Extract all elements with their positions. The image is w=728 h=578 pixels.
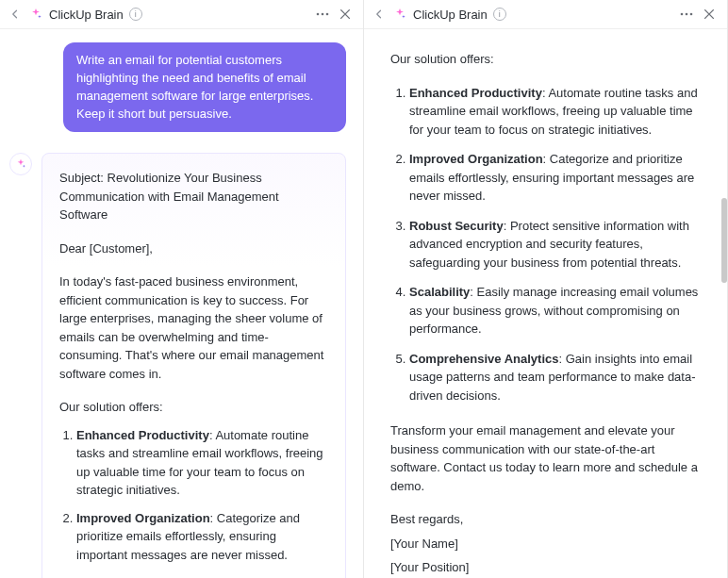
benefits-list-left: Enhanced Productivity: Automate routine … [59,426,328,578]
list-item: Improved Organization: Categorize and pr… [409,150,704,206]
list-item: Enhanced Productivity: Automate routine … [76,426,328,500]
sig-position: [Your Position] [390,558,704,577]
list-item: Robust Security: Protect sensitive infor… [76,573,328,578]
email-intro: In today's fast-paced business environme… [59,272,328,383]
pane-title: ClickUp Brain [413,8,488,22]
ai-reply-card: Subject: Revolutionize Your Business Com… [41,153,346,578]
email-greeting: Dear [Customer], [59,239,328,258]
info-icon[interactable]: i [493,8,506,21]
more-icon[interactable] [314,6,331,23]
more-icon[interactable] [678,6,695,23]
svg-point-4 [686,13,688,16]
pane-title: ClickUp Brain [49,8,124,22]
svg-point-5 [690,13,693,16]
right-pane: ClickUp Brain i Our solution offers: Enh… [364,0,728,578]
list-item: Comprehensive Analytics: Gain insights i… [409,350,704,405]
svg-point-3 [681,13,684,16]
sig-name: [Your Name] [390,535,704,553]
window-scrollbar[interactable] [721,28,727,550]
brain-sparkle-icon [28,7,43,22]
info-icon[interactable]: i [129,8,142,21]
offers-label: Our solution offers: [59,398,328,417]
list-item: Enhanced Productivity: Automate routine … [409,84,704,140]
email-subject: Subject: Revolutionize Your Business Com… [59,169,328,224]
signoff: Best regards, [390,510,704,529]
left-pane-header: ClickUp Brain i [0,0,363,29]
offers-label: Our solution offers: [390,50,704,69]
ai-avatar [9,153,32,175]
svg-point-2 [326,13,329,16]
benefits-list-right: Enhanced Productivity: Automate routine … [390,84,704,405]
cta-paragraph: Transform your email management and elev… [390,421,704,495]
list-item: Scalability: Easily manage increasing em… [409,283,704,339]
svg-point-0 [317,13,320,16]
close-icon[interactable] [701,6,718,23]
close-icon[interactable] [337,6,354,23]
right-scroll-area[interactable]: Our solution offers: Enhanced Productivi… [364,29,727,578]
left-pane: ClickUp Brain i Write an email for poten… [0,0,364,578]
back-icon[interactable] [372,7,387,22]
brain-sparkle-icon [392,7,407,22]
back-icon[interactable] [8,7,23,22]
left-scroll-area[interactable]: Write an email for potential customers h… [0,29,363,578]
list-item: Improved Organization: Categorize and pr… [76,509,328,565]
svg-point-1 [322,13,324,16]
right-pane-header: ClickUp Brain i [364,0,727,29]
list-item: Robust Security: Protect sensitive infor… [409,217,704,272]
user-prompt-bubble: Write an email for potential customers h… [63,42,346,132]
